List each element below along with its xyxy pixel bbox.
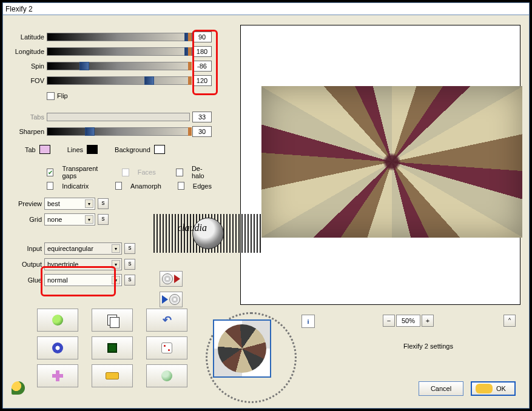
- hand-icon: [476, 384, 493, 393]
- chevron-down-icon: ▾: [112, 260, 120, 269]
- dehalo-label: De-halo: [192, 165, 212, 179]
- fov-value[interactable]: 120: [192, 75, 212, 86]
- dice-icon: [161, 343, 172, 353]
- collapse-button[interactable]: ^: [503, 315, 516, 327]
- faces-label: Faces: [138, 169, 156, 176]
- background-color-label: Background: [115, 146, 150, 153]
- tool-brick-button[interactable]: [92, 364, 133, 387]
- output-s-button[interactable]: s: [124, 259, 135, 270]
- preview-canvas[interactable]: [240, 25, 520, 305]
- thumbnail-icon: [218, 324, 266, 373]
- preview-s-button[interactable]: s: [98, 198, 109, 209]
- tool-torus-button[interactable]: [37, 336, 78, 359]
- play-button[interactable]: [160, 292, 183, 307]
- torus-icon: [52, 343, 63, 353]
- input-s-button[interactable]: s: [124, 243, 135, 254]
- copy-icon: [107, 315, 117, 326]
- tab-color-label: Tab: [25, 146, 36, 153]
- fov-slider[interactable]: [47, 76, 190, 85]
- zoom-in-button[interactable]: +: [422, 315, 434, 327]
- glue-s-button[interactable]: s: [124, 275, 135, 286]
- preview-label: Preview: [3, 200, 44, 207]
- latitude-slider[interactable]: [47, 33, 190, 41]
- chevron-down-icon: ▾: [85, 215, 93, 224]
- undo-icon: ↶: [163, 313, 172, 327]
- tab-color-swatch[interactable]: [39, 145, 50, 154]
- tool-sphere-button[interactable]: [146, 364, 187, 387]
- cd-icon: [169, 294, 180, 305]
- lines-color-swatch[interactable]: [87, 145, 98, 154]
- lines-color-label: Lines: [67, 146, 83, 153]
- sphere-icon: [161, 370, 172, 381]
- edges-label: Edges: [193, 182, 212, 190]
- input-label: Input: [3, 245, 44, 252]
- anamorph-label: Anamorph: [130, 182, 161, 190]
- glue-combo[interactable]: normal▾: [44, 274, 122, 286]
- square-icon: [107, 343, 117, 353]
- latitude-value[interactable]: 90: [192, 32, 212, 42]
- record-button[interactable]: [160, 271, 183, 287]
- edges-checkbox[interactable]: [178, 182, 184, 190]
- thumbnail-box[interactable]: [213, 319, 271, 378]
- play-blue-icon: [162, 295, 168, 304]
- flip-checkbox[interactable]: [47, 92, 55, 100]
- fov-label: FOV: [3, 77, 47, 84]
- grid-combo[interactable]: none▾: [44, 213, 95, 226]
- cancel-button[interactable]: Cancel: [419, 381, 463, 396]
- spin-slider[interactable]: [47, 62, 190, 70]
- tool-globe-button[interactable]: [37, 309, 78, 332]
- tool-square-button[interactable]: [92, 336, 133, 359]
- transparent-gaps-label: Transparent gaps: [62, 165, 107, 179]
- preview-combo[interactable]: best▾: [44, 198, 95, 210]
- chevron-down-icon: ▾: [112, 244, 120, 253]
- background-color-swatch[interactable]: [154, 145, 165, 154]
- cross-icon: [52, 370, 63, 381]
- tabs-label: Tabs: [3, 113, 47, 121]
- tabs-slider: [47, 113, 190, 121]
- spin-value[interactable]: -86: [192, 61, 212, 72]
- anamorph-checkbox[interactable]: [115, 182, 122, 190]
- transparent-gaps-checkbox[interactable]: ✔: [47, 169, 53, 176]
- settings-caption: Flexify 2 settings: [403, 343, 453, 350]
- tool-dice-button[interactable]: [146, 336, 187, 359]
- chevron-down-icon: ▾: [112, 276, 120, 284]
- tool-copy-button[interactable]: [92, 309, 133, 332]
- tool-cross-button[interactable]: [37, 364, 78, 387]
- play-red-icon: [174, 275, 180, 283]
- sharpen-label: Sharpen: [3, 128, 47, 135]
- input-combo[interactable]: equirectangular▾: [44, 242, 122, 255]
- zoom-value[interactable]: 50%: [396, 315, 420, 327]
- ok-button[interactable]: OK: [471, 381, 516, 396]
- faces-checkbox: [122, 169, 129, 176]
- indicatrix-label: Indicatrix: [62, 182, 89, 190]
- output-label: Output: [3, 261, 44, 268]
- sharpen-value[interactable]: 30: [192, 126, 212, 137]
- glue-label: Glue: [3, 276, 44, 284]
- leaf-icon: [12, 381, 25, 395]
- chevron-down-icon: ▾: [85, 199, 93, 208]
- indicatrix-checkbox[interactable]: [47, 182, 53, 190]
- info-button[interactable]: i: [301, 315, 315, 328]
- latitude-label: Latitude: [3, 33, 47, 41]
- dehalo-checkbox[interactable]: [176, 169, 183, 176]
- spin-label: Spin: [3, 62, 47, 70]
- globe-icon: [52, 315, 63, 326]
- grid-s-button[interactable]: s: [98, 214, 109, 225]
- output-combo[interactable]: hypertriple▾: [44, 258, 122, 270]
- longitude-value[interactable]: 180: [192, 46, 212, 57]
- longitude-label: Longitude: [3, 48, 47, 55]
- grid-label: Grid: [3, 216, 44, 223]
- longitude-slider[interactable]: [47, 47, 190, 56]
- tabs-value[interactable]: 33: [192, 112, 212, 122]
- tool-undo-button[interactable]: ↶: [146, 309, 187, 332]
- brick-icon: [106, 372, 119, 379]
- flip-label: Flip: [57, 92, 68, 99]
- cd-icon: [162, 273, 173, 284]
- zoom-out-button[interactable]: −: [383, 315, 395, 327]
- preview-image: [261, 86, 522, 238]
- title-bar: Flexify 2: [3, 3, 529, 15]
- sharpen-slider[interactable]: [47, 127, 190, 136]
